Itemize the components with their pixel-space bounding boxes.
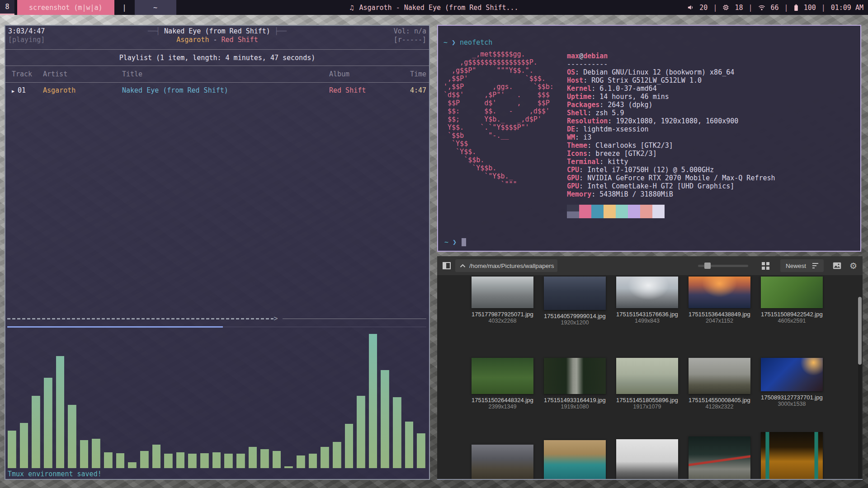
file-thumbnail[interactable] [761, 277, 823, 308]
file-thumbnail[interactable] [689, 277, 750, 308]
info-line: Host: ROG Strix G512LW_G512LW 1.0 [567, 76, 775, 84]
battery-value: 100 [804, 4, 816, 12]
file-thumbnail[interactable] [616, 277, 678, 308]
file-thumbnail[interactable] [472, 358, 533, 394]
terminal-window[interactable]: ~ ❯ neofetch _,met$$$$$gg. ,g$$$$$$$$$$$… [437, 25, 861, 252]
sort-dropdown[interactable]: Newest [780, 259, 824, 272]
chevron-up-icon[interactable] [460, 263, 466, 269]
file-item[interactable] [761, 432, 823, 480]
file-dimensions: 4032x2268 [472, 318, 533, 324]
file-thumbnail[interactable] [472, 277, 533, 308]
file-item[interactable]: 1751515431576636.jpg 1499x843 [616, 277, 678, 326]
debian-ascii-logo: _,met$$$$$gg. ,g$$$$$$$$$$$$$$$P. ,g$$P"… [443, 50, 562, 218]
file-thumbnail[interactable] [616, 439, 678, 480]
palette-swatch [567, 205, 579, 211]
tab-home[interactable]: ~ [135, 0, 176, 15]
speaker-icon [687, 4, 694, 11]
file-thumbnail[interactable] [761, 358, 823, 391]
file-item[interactable]: 1751514518055896.jpg 1917x1079 [616, 358, 678, 410]
buffer-progress-bar[interactable]: > [7, 318, 426, 320]
file-item[interactable] [544, 432, 606, 480]
palette-swatch [628, 211, 640, 218]
terminal-color-palette [567, 205, 775, 218]
file-item[interactable]: 1751515364438849.jpg 2047x1152 [689, 277, 750, 326]
player-time-state: 3:03/4:47 [playing] [8, 27, 85, 44]
scrollbar[interactable] [858, 297, 862, 480]
thumb-row-1: 1751779877925071.jpg 4032x2268 175164057… [437, 277, 863, 326]
prompt-symbol: ❯ [452, 38, 456, 47]
file-name: 1751515431576636.jpg [616, 311, 678, 318]
neofetch-info-panel: max@debian ---------- OS: Debian GNU/Lin… [567, 52, 775, 218]
info-line: GPU: NVIDIA GeForce RTX 2070 Mobile / Ma… [567, 174, 775, 182]
file-dimensions: 2399x1349 [472, 404, 533, 410]
seek-progress-fill [7, 326, 223, 328]
file-thumbnail[interactable] [761, 432, 823, 479]
file-browser-window: /home/max/Pictures/wallpapers Newest ⚙ 1… [437, 256, 863, 480]
terminal-input-line[interactable]: ~ ❯ [444, 238, 466, 246]
file-item[interactable]: 1751514550008405.jpg 4128x2322 [689, 358, 750, 410]
visualizer-bar [128, 462, 137, 468]
terminal-cursor [462, 238, 466, 246]
play-state: [playing] [8, 36, 85, 44]
file-dimensions: 1920x1200 [544, 319, 606, 326]
desktop-screen: 8 screenshot (m|w|a) | ~ ♫ Asgaroth - Na… [0, 0, 868, 488]
visualizer-bar [417, 433, 425, 468]
file-thumbnail[interactable] [544, 358, 606, 394]
image-view-icon[interactable] [833, 262, 841, 269]
sidebar-toggle-icon[interactable] [443, 262, 451, 269]
palette-swatch [567, 211, 579, 218]
file-item[interactable]: 1751640579999014.jpg 1920x1200 [544, 277, 606, 326]
file-thumbnail[interactable] [616, 358, 678, 394]
palette-swatch [652, 211, 665, 218]
tab-screenshot[interactable]: screenshot (m|w|a) [17, 0, 114, 15]
visualizer-bar [140, 451, 149, 468]
file-thumbnail[interactable] [689, 436, 750, 479]
thumbnail-size-slider[interactable] [698, 265, 748, 267]
file-thumbnail[interactable] [544, 277, 606, 310]
track-number: 01 [18, 86, 26, 94]
palette-swatch [591, 211, 604, 218]
info-line: Icons: breeze [GTK2/3] [567, 150, 775, 158]
file-thumbnail[interactable] [472, 445, 533, 480]
path-bar[interactable]: /home/max/Pictures/wallpapers [455, 259, 557, 272]
file-thumbnail[interactable] [689, 358, 750, 394]
workspace-badge[interactable]: 8 [0, 0, 14, 15]
file-item[interactable] [472, 432, 533, 480]
scrollbar-thumb[interactable] [858, 297, 862, 365]
visualizer-bar [56, 356, 65, 468]
prompt-path: ~ [443, 38, 448, 47]
slider-handle[interactable] [704, 263, 711, 269]
file-item[interactable]: 1751779877925071.jpg 4032x2268 [472, 277, 533, 326]
file-item[interactable] [689, 432, 750, 480]
visualizer-bar [188, 454, 197, 468]
info-line: GPU: Intel CometLake-H GT2 [UHD Graphics… [567, 182, 775, 190]
file-item[interactable] [616, 432, 678, 480]
info-line: DE: lightdm-xsession [567, 125, 775, 133]
audio-visualizer [8, 333, 425, 468]
info-line: Shell: zsh 5.9 [567, 109, 775, 117]
seek-progress-tail [223, 327, 426, 327]
file-item[interactable]: 1751514933164419.jpg 1919x1080 [544, 358, 606, 410]
grid-view-icon[interactable] [762, 262, 769, 270]
buffer-progress-dashes [7, 318, 274, 319]
settings-gear-icon[interactable]: ⚙ [849, 261, 857, 271]
visualizer-bar [104, 452, 113, 468]
playing-indicator-icon: ▶ [12, 89, 14, 94]
file-item[interactable]: 1750893127737701.jpg 3000x1538 [761, 358, 823, 410]
playlist-row[interactable]: ▶01 Asgaroth Naked Eye (from Red Shift) … [5, 83, 429, 96]
visualizer-bar [357, 396, 365, 468]
file-thumbnail[interactable] [544, 440, 606, 480]
player-song-block: ──┤ Naked Eye (from Red Shift) ├── Asgar… [85, 27, 349, 44]
file-item[interactable]: 1751515026448324.jpg 2399x1349 [472, 358, 533, 410]
status-modules: 20 | 18 | 66 | 100 | 01:09 AM [687, 0, 863, 15]
visualizer-bar [92, 439, 100, 468]
playlist-summary: Playlist (1 item, length: 4 minutes, 47 … [5, 50, 429, 66]
song-album: Red Shift [222, 36, 258, 44]
visualizer-bar [116, 453, 125, 468]
seek-progress-bar[interactable] [7, 326, 426, 328]
visualizer-bar [164, 454, 173, 468]
info-line: Resolution: 1920x1080, 1920x1080, 1600x9… [567, 117, 775, 125]
sort-label: Newest [786, 263, 806, 269]
file-item[interactable]: 1751515089422542.jpg 4605x2591 [761, 277, 823, 326]
volume-label: Vol: n/a [349, 27, 426, 36]
